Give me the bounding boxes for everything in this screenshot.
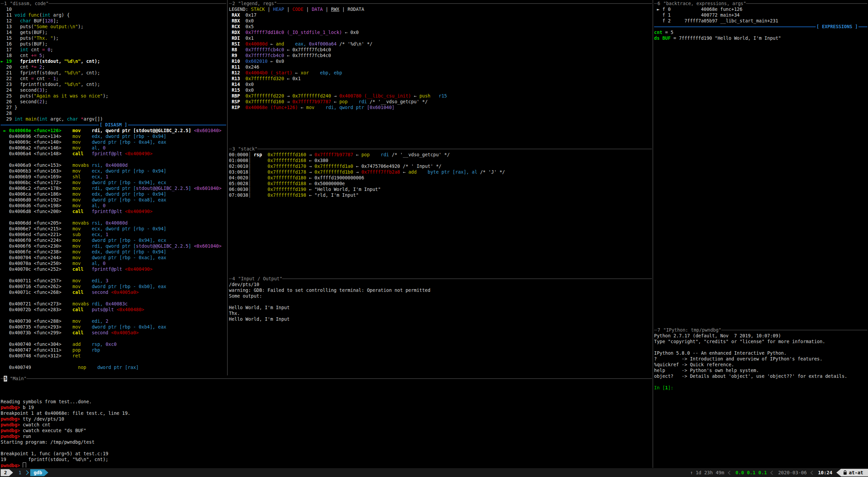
terminal-line: [1, 359, 226, 365]
terminal-line: 13 puts("Some output:\n");: [1, 24, 226, 30]
pane-title: "IPython: tmp/pwndbg": [663, 327, 721, 333]
chevron-left-icon: [810, 471, 815, 475]
pane-number: 7: [657, 327, 661, 333]
terminal-line: 0x4006c2 <func+178> mov rdi, qword ptr […: [1, 186, 226, 191]
load-average: 0.0 0.1 0.1: [736, 470, 767, 476]
terminal-line: Some output:: [229, 293, 652, 299]
terminal-line: 0x4006a4 <func+148> call fprintf@plt <0x…: [1, 151, 226, 157]
terminal-line: RDI 0x1: [229, 35, 652, 41]
terminal-line: 0x400735 <func+293> mov dword ptr [rbp -…: [1, 324, 226, 330]
terminal-line: [654, 379, 867, 385]
terminal-line: 0x400704 <func+244> mov dword ptr [rbp -…: [1, 255, 226, 261]
chevron-left-icon: [771, 471, 775, 475]
pane-stack[interactable]: 3 "stack" 00:0000│ rsp 0x7fffffffd160 → …: [229, 146, 652, 275]
window-index[interactable]: 1: [18, 470, 21, 476]
terminal-line: 0x400696 <func+134> mov edx, dword ptr […: [1, 134, 226, 139]
terminal-line: RBX 0x0: [229, 18, 652, 24]
host-badge: at-at: [836, 469, 868, 477]
terminal-line: RCX 0x5: [229, 24, 652, 30]
terminal-line: Type "copyright", "credits" or "license"…: [654, 339, 867, 344]
terminal-line: 16 puts(BUF);: [1, 41, 226, 47]
pane-header: 7 "IPython: tmp/pwndbg": [654, 327, 867, 333]
terminal-line: 0x4006b9 <func+169> shl ecx, 1: [1, 174, 226, 180]
terminal-line: 0x400730 <func+288> mov edi, 2: [1, 318, 226, 324]
terminal-line: 19 fprintf(stdout, "%d\n", cnt);: [1, 457, 652, 462]
terminal-line: pwndbg> cwatch cnt: [1, 422, 652, 428]
host-name: at-at: [849, 470, 863, 476]
terminal-line: 27 }: [1, 105, 226, 110]
terminal-line: f 1 400772 main+34: [654, 12, 867, 18]
pane-disasm-code[interactable]: 1 "disasm, code" 10 11 void func(int arg…: [1, 1, 226, 375]
terminal-line: [1, 382, 652, 387]
pane-header: 6 "backtrace, expressions, args": [654, 1, 867, 6]
pane-title: "stack": [238, 146, 257, 152]
chevron-right-icon: [24, 470, 29, 475]
terminal-line: 04:0020│ 0x7fffffffd180 ← 0xffffd1900000…: [229, 175, 652, 181]
pane-title: "disasm, code": [10, 1, 49, 6]
terminal-line: [1, 272, 226, 278]
terminal-line: f 2 7ffff7a05b97 __libc_start_main+231: [654, 18, 867, 24]
tmux-screen: 1 "disasm, code" 10 11 void func(int arg…: [0, 0, 868, 477]
terminal-line: LEGEND: STACK | HEAP | CODE | DATA | RWX…: [229, 6, 652, 12]
chevron-left-icon: [728, 471, 732, 475]
terminal-line: RDX 0x7ffff7dd18c0 (_IO_stdfile_1_lock) …: [229, 30, 652, 35]
pane-title: "backtrace, expressions, args": [663, 1, 746, 6]
terminal-line: R12 0x4004b0 (_start) ← xor ebp, ebp: [229, 70, 652, 76]
pane-number: 6: [657, 1, 661, 6]
terminal-line: 0x40070a <func+250> mov al, 0: [1, 261, 226, 266]
pane-backtrace-expressions[interactable]: 6 "backtrace, expressions, args" ► f 0 4…: [654, 1, 867, 326]
terminal-line: In [1]:: [654, 385, 867, 391]
terminal-line: warning: GDB: Failed to set controlling …: [229, 287, 652, 293]
status-time: 10:24: [818, 470, 832, 476]
terminal-line: [ DISASM ]: [1, 122, 226, 128]
terminal-line: 28: [1, 110, 226, 116]
terminal-line: 0x40071c <func+268> call second <0x4005a…: [1, 289, 226, 295]
terminal-line: pwndbg>: [1, 462, 652, 467]
pane-input-output[interactable]: 4 "Input / Output" /dev/pts/10warning: G…: [229, 276, 652, 375]
pane-header: 4 "Input / Output": [229, 276, 652, 282]
terminal-line: Python 2.7.17 (default, Nov 7 2019, 10:0…: [654, 333, 867, 339]
window-tab-gdb[interactable]: gdb: [30, 469, 48, 476]
terminal-line: R14 0x0: [229, 82, 652, 87]
terminal-line: 00:0000│ rsp 0x7fffffffd160 → 0x7ffff7b9…: [229, 152, 652, 158]
terminal-line: 0x4006d6 <func+198> mov al, 0: [1, 203, 226, 209]
text-cursor: [23, 462, 26, 467]
terminal-line: Reading symbols from test...done.: [1, 399, 652, 405]
terminal-line: pwndbg> tty /dev/pts/10: [1, 416, 652, 422]
section-separator-label: [ DISASM ]: [99, 122, 128, 128]
terminal-line: pwndbg> run: [1, 434, 652, 439]
terminal-line: Breakpoint 1 at 0x40068e: file test.c, l…: [1, 410, 652, 416]
terminal-line: 12 char BUF[128];: [1, 18, 226, 24]
tmux-status-bar: 2 1 gdb ↑ 1d 23h 49m 0.0 0.1 0.1 2020-03…: [0, 468, 868, 477]
terminal-line: R13 0x7fffffffd320 ← 0x1: [229, 76, 652, 82]
terminal-line: RSP 0x7fffffffd160 → 0x7ffff7b97787 ← po…: [229, 99, 652, 105]
pane-main-gdb-console[interactable]: 5 "Main" Reading symbols from test...don…: [1, 376, 652, 467]
terminal-line: IPython 5.8.0 -- An enhanced Interactive…: [654, 350, 867, 356]
terminal-line: [1, 157, 226, 162]
terminal-line: R9 0x7ffff7fcb4c0 ← 0x7ffff7fcb4c0: [229, 53, 652, 58]
terminal-line: ► f 0 40068e func+126: [654, 6, 867, 12]
terminal-line: RBP 0x7fffffffd220 → 0x7fffffffd240 → 0x…: [229, 93, 652, 99]
terminal-line: 07:0038│ 0x7fffffffd198 ← "rld, I'm Inpu…: [229, 192, 652, 198]
pane-border-vertical-right[interactable]: [653, 0, 653, 468]
terminal-line: 05:0028│ 0x7fffffffd188 ← 0x50000000e: [229, 181, 652, 187]
pane-ipython[interactable]: 7 "IPython: tmp/pwndbg" Python 2.7.17 (d…: [654, 327, 867, 467]
terminal-line: 17 int cnt = 0;: [1, 47, 226, 53]
terminal-line: 21 fprintf(stdout, "%d\n", cnt);: [1, 70, 226, 76]
pane-number: 3: [232, 146, 235, 152]
terminal-line: R11 0x246: [229, 64, 652, 70]
terminal-line: 0x4006e7 <func+215> mov ecx, dword ptr […: [1, 226, 226, 232]
terminal-line: 06:0030│ 0x7fffffffd190 ← "Hello World, …: [229, 187, 652, 192]
session-badge[interactable]: 2: [1, 469, 13, 476]
terminal-line: [1, 214, 226, 220]
pane-legend-regs[interactable]: 2 "legend, regs" LEGEND: STACK | HEAP | …: [229, 1, 652, 145]
pane-border-vertical-left[interactable]: [227, 0, 228, 375]
terminal-line: ► 19 fprintf(stdout, "%d\n", cnt);: [1, 58, 226, 64]
terminal-line: R8 0x7ffff7fcb4c0 ← 0x7ffff7fcb4c0: [229, 47, 652, 53]
pane-title: "Main": [10, 376, 26, 382]
terminal-line: 22 cnt = cnt - 1;: [1, 76, 226, 82]
terminal-line: 25 puts("Again as it was so nice");: [1, 93, 226, 99]
terminal-line: [1, 387, 652, 393]
terminal-line: 0x4006d0 <func+192> mov dword ptr [rbp -…: [1, 197, 226, 203]
terminal-line: [1, 295, 226, 301]
